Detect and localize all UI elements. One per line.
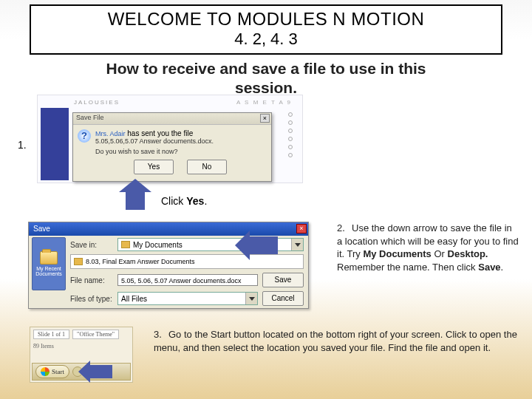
thumb-tab-slide: Slide 1 of 1 [33,330,69,339]
start-button[interactable]: Start [35,365,69,378]
step-2: Save × My Recent Documents Save in: My D… [0,222,532,325]
document-side-panel [41,108,69,180]
dialog-titlebar: Save File × [73,113,271,125]
step-3: Slide 1 of 1 "Office Theme" 89 Items Sta… [0,327,532,397]
subtitle: How to receive and save a file to use in… [0,59,532,98]
question-icon: ? [78,129,91,143]
save-button[interactable]: Save [262,273,304,287]
step-3-caption: 3.Go to the Start button located on the … [154,328,523,354]
dialog-title: Save File [76,114,104,121]
folder-icon [121,241,130,248]
step-1: 1. JALOUSIES A S M E T A 9 Save File × ?… [0,95,532,202]
file-type-value: All Files [121,295,147,303]
folder-contents-list[interactable]: 8.03, Final Exam Answer Documents [70,254,304,269]
close-icon[interactable]: × [260,114,270,123]
step-1-caption: Click Yes. [161,195,207,207]
save-in-label: Save in: [70,241,113,249]
title-line1: WELCOME TO MODULES N MOTION [34,9,498,30]
step-2-caption: 2.Use the down arrow to save the file in… [337,222,519,273]
arrow-left-icon [248,236,278,254]
title-banner: WELCOME TO MODULES N MOTION 4. 2, 4. 3 [30,4,502,55]
folder-icon [74,258,83,265]
save-file-prompt-dialog: Save File × ? Mrs. Adair has sent you th… [72,112,272,182]
doc-heading-text: JALOUSIES [74,99,120,106]
step-3-number: 3. [154,328,168,341]
folder-icon [40,251,58,265]
title-line2: 4. 2, 4. 3 [34,30,498,49]
save-dialog-titlebar: Save × [29,222,308,236]
step-2-number: 2. [337,222,352,235]
file-type-dropdown[interactable]: All Files [117,292,258,305]
thumb-tab-theme: "Office Theme" [72,330,119,339]
save-dialog-title: Save [33,225,50,233]
windows-logo-icon [41,367,50,376]
list-item-label: 8.03, Final Exam Answer Documents [86,258,195,265]
dialog-question: Do you wish to save it now? [95,148,265,155]
close-icon[interactable]: × [296,224,307,233]
sent-you-text: has sent you the file [127,129,193,137]
chevron-down-icon[interactable] [291,239,303,250]
arrow-left-icon [89,365,112,378]
dialog-filename: 5.05,5.06,5.07 Answer documents.docx. [95,137,265,145]
file-name-label: File name: [70,276,113,284]
no-button[interactable]: No [187,160,227,174]
sender-name: Mrs. Adair [95,130,126,137]
thumb-items-count: 89 Items [30,341,132,351]
file-name-input[interactable]: 5.05, 5.06, 5.07 Answer documents.docx [117,274,258,286]
save-in-value: My Documents [133,241,183,249]
start-label: Start [52,368,64,375]
doc-letters-row: A S M E T A 9 [236,99,292,106]
doc-radio-column [288,112,293,157]
subtitle-line1: How to receive and save a file to use in… [106,60,426,77]
subtitle-line2: session. [235,79,297,96]
arrow-up-icon [126,191,145,210]
slide-canvas: WELCOME TO MODULES N MOTION 4. 2, 4. 3 H… [0,0,532,399]
cancel-button[interactable]: Cancel [262,291,304,306]
file-type-label: Files of type: [70,295,113,303]
save-dialog: Save × My Recent Documents Save in: My D… [28,222,309,309]
yes-button[interactable]: Yes [134,160,174,174]
chevron-down-icon[interactable] [245,293,257,304]
step-1-number: 1. [18,139,27,151]
